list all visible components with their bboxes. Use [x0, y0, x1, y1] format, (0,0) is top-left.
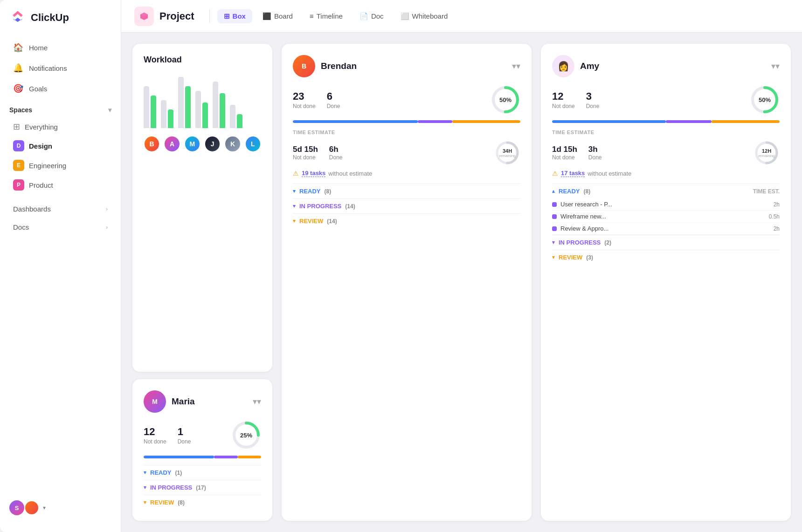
brendan-in-progress[interactable]: ▾ IN PROGRESS (14): [293, 198, 520, 213]
bar-group-2: [161, 100, 173, 128]
amy-ready[interactable]: ▴ READY (8) TIME EST.: [552, 184, 780, 198]
tab-doc[interactable]: 📄 Doc: [353, 9, 390, 23]
bar-gray: [230, 105, 235, 128]
maria-expand-icon[interactable]: ▾▾: [253, 396, 261, 407]
brendan-review[interactable]: ▾ REVIEW (14): [293, 213, 520, 228]
amy-in-progress[interactable]: ▾ IN PROGRESS (2): [552, 235, 780, 250]
sidebar-item-everything[interactable]: ⊞ Everything: [4, 118, 117, 136]
sidebar: ClickUp 🏠 Home 🔔 Notifications 🎯 Goals S…: [0, 0, 121, 532]
amy-time-est-label: TIME ESTIMATE: [552, 130, 780, 135]
brendan-ready[interactable]: ▾ READY (8): [293, 184, 520, 198]
workload-title: Workload: [144, 55, 261, 65]
sidebar-item-design[interactable]: D Design: [4, 136, 117, 155]
progress-yellow: [452, 120, 520, 123]
logo-text: ClickUp: [31, 12, 69, 24]
bar-green: [185, 86, 191, 128]
sidebar-footer: S ▾: [0, 493, 121, 523]
chevron-down-icon[interactable]: ▾: [108, 106, 111, 114]
bar-gray: [195, 91, 201, 128]
tab-timeline[interactable]: ≡ Timeline: [303, 9, 349, 23]
main-area: Project ⊞ Box ⬛ Board ≡ Timeline 📄 Doc ⬜…: [121, 0, 802, 532]
amy-tasks-link[interactable]: 17 tasks: [561, 170, 585, 177]
sidebar-item-home[interactable]: 🏠 Home: [4, 38, 117, 57]
avatar-5[interactable]: K: [224, 136, 241, 152]
brendan-done: 6 Done: [327, 90, 340, 109]
right-section: B Brendan ▾▾ 23 Not done 6 Done: [282, 44, 791, 521]
avatar-1[interactable]: B: [144, 136, 160, 152]
board-icon: ⬛: [263, 12, 271, 20]
brendan-tasks-link[interactable]: 19 tasks: [302, 170, 325, 177]
maria-done: 1 Done: [178, 426, 191, 445]
tab-whiteboard[interactable]: ⬜ Whiteboard: [394, 9, 455, 23]
bar-green: [220, 93, 225, 128]
bar-green: [237, 114, 242, 128]
maria-review-section[interactable]: ▾ REVIEW (8): [144, 495, 261, 510]
brendan-warning: ⚠ 19 tasks without estimate: [293, 170, 520, 177]
header-divider: [209, 10, 210, 23]
brendan-name: Brendan: [321, 61, 357, 71]
engineering-badge: E: [13, 160, 24, 171]
progress-purple: [666, 120, 712, 123]
warning-icon: ⚠: [552, 170, 558, 177]
chevron-icon: ▾: [144, 499, 146, 505]
amy-task-3: Review & Appro... 2h: [552, 223, 780, 235]
chevron-right-icon: ›: [106, 206, 108, 212]
chevron-icon: ▾: [144, 484, 146, 491]
maria-donut: 25%: [231, 420, 261, 450]
whiteboard-icon: ⬜: [401, 12, 409, 20]
sidebar-item-product[interactable]: P Product: [4, 176, 117, 194]
brendan-progress: [293, 120, 520, 123]
amy-review[interactable]: ▾ REVIEW (3): [552, 250, 780, 265]
sidebar-item-goals[interactable]: 🎯 Goals: [4, 79, 117, 98]
maria-ready-section[interactable]: ▾ READY (1): [144, 465, 261, 480]
avatar-6[interactable]: L: [245, 136, 261, 152]
logo: ClickUp: [0, 9, 121, 37]
amy-time-row: 1d 15h Not done 3h Done 12H: [552, 140, 780, 166]
brendan-time-done: 6h Done: [329, 145, 343, 161]
progress-blue: [144, 456, 214, 458]
bar-green: [151, 95, 156, 128]
timeline-icon: ≡: [310, 12, 314, 20]
bar-group-4: [195, 91, 208, 128]
chevron-icon: ▾: [293, 188, 296, 194]
project-title: Project: [159, 10, 194, 22]
maria-progress: [144, 456, 261, 458]
brendan-not-done: 23 Not done: [293, 90, 316, 109]
avatars-row: B A M J K L: [144, 136, 261, 152]
avatar-2[interactable]: A: [164, 136, 180, 152]
bar-gray: [144, 86, 149, 128]
brendan-expand-icon[interactable]: ▾▾: [512, 61, 520, 71]
bar-green: [168, 109, 173, 128]
maria-progress-section[interactable]: ▾ IN PROGRESS (17): [144, 480, 261, 495]
content: Workload: [121, 33, 802, 532]
avatar-4[interactable]: J: [204, 136, 221, 152]
amy-task-1: User research - P... 2h: [552, 198, 780, 211]
warning-icon: ⚠: [293, 170, 299, 177]
amy-expand-icon[interactable]: ▾▾: [771, 61, 780, 71]
chevron-icon: ▾: [293, 218, 296, 224]
avatar-3[interactable]: M: [184, 136, 200, 152]
chevron-icon: ▾: [552, 239, 555, 246]
bar-gray: [161, 100, 166, 128]
footer-expand[interactable]: ▾: [43, 505, 46, 511]
amy-info: 👩 Amy: [552, 55, 599, 77]
sidebar-item-docs[interactable]: Docs ›: [4, 218, 117, 236]
maria-info: M Maria: [144, 390, 195, 413]
tab-box[interactable]: ⊞ Box: [217, 9, 252, 23]
user-avatar-s: S: [9, 500, 24, 515]
tab-board[interactable]: ⬛ Board: [256, 9, 299, 23]
design-badge: D: [13, 140, 24, 151]
sidebar-item-engineering[interactable]: E Engineering: [4, 156, 117, 175]
sidebar-item-notifications[interactable]: 🔔 Notifications: [4, 58, 117, 78]
grid-icon: ⊞: [13, 122, 20, 132]
brendan-avatar: B: [293, 55, 315, 77]
left-column: Workload: [132, 44, 272, 521]
amy-donut: 50%: [750, 85, 780, 115]
progress-yellow: [712, 120, 780, 123]
amy-progress: [552, 120, 780, 123]
sidebar-item-dashboards[interactable]: Dashboards ›: [4, 200, 117, 218]
product-badge: P: [13, 179, 24, 191]
amy-warning: ⚠ 17 tasks without estimate: [552, 170, 780, 177]
workload-chart: [144, 72, 261, 128]
goals-icon: 🎯: [13, 83, 23, 94]
